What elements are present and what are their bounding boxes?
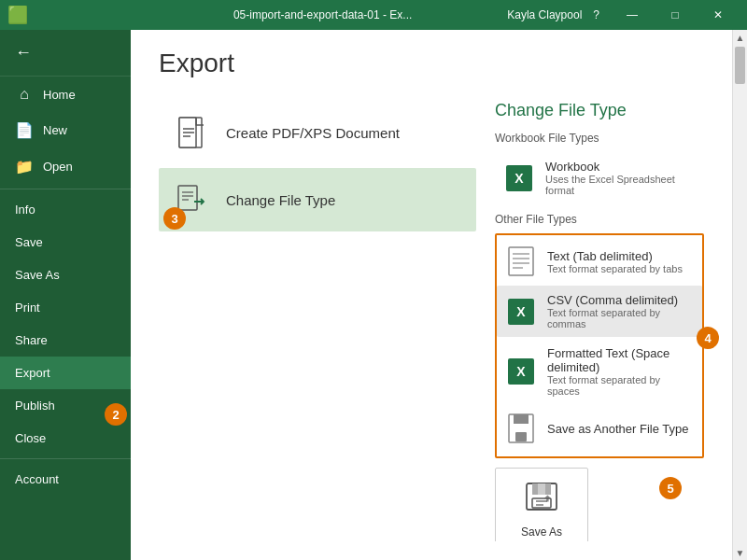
sidebar-item-share-label: Share (15, 333, 48, 347)
svg-rect-16 (515, 432, 527, 441)
sidebar-item-close-label: Close (15, 431, 46, 445)
formatted-text-text: Formatted Text (Space delimited) Text fo… (547, 346, 693, 397)
sidebar: ← ⌂ Home 📄 New 📁 Open Info Save Save As … (0, 30, 131, 560)
excel-app-icon: 🟩 (7, 5, 28, 25)
text-tab-desc: Text format separated by tabs (547, 263, 683, 274)
save-another-text: Save as Another File Type (547, 422, 689, 436)
svg-rect-9 (509, 247, 533, 275)
change-file-type-option[interactable]: Change File Type (159, 168, 476, 231)
sidebar-item-info[interactable]: Info (0, 193, 131, 226)
workbook-section: Workbook File Types X Workbook Uses the … (495, 132, 704, 203)
minimize-button[interactable]: — (611, 0, 654, 30)
annotation-3: 3 (163, 207, 186, 230)
svg-rect-15 (514, 414, 529, 424)
sidebar-item-account-label: Account (15, 472, 59, 486)
export-page: Export (131, 30, 732, 560)
sidebar-item-home-label: Home (43, 88, 76, 102)
saveas-label: Save As (521, 525, 562, 539)
new-icon: 📄 (15, 121, 34, 139)
open-icon: 📁 (15, 158, 34, 175)
formatted-text-name: Formatted Text (Space delimited) (547, 346, 693, 374)
sidebar-item-save-as[interactable]: Save As (0, 259, 131, 291)
change-file-type-label: Change File Type (226, 192, 335, 208)
text-tab-name: Text (Tab delimited) (547, 249, 683, 263)
save-another-name: Save as Another File Type (547, 422, 689, 436)
sidebar-item-new[interactable]: 📄 New (0, 112, 131, 148)
saveas-panel[interactable]: Save As (495, 468, 588, 541)
sidebar-item-open[interactable]: 📁 Open (0, 148, 131, 185)
saveas-icon (525, 480, 558, 520)
sidebar-item-share[interactable]: Share (0, 324, 131, 357)
sidebar-divider-2 (0, 458, 131, 459)
save-another-icon (506, 413, 536, 443)
workbook-desc: Uses the Excel Spreadsheet format (545, 174, 695, 196)
svg-rect-19 (538, 483, 545, 495)
formatted-text-item[interactable]: X Formatted Text (Space delimited) Text … (497, 339, 702, 404)
workbook-excel-icon: X (504, 163, 534, 193)
annotation-5: 5 (659, 477, 682, 499)
sidebar-item-save-as-label: Save As (15, 268, 60, 282)
main-content: Export (131, 30, 732, 560)
svg-rect-5 (178, 186, 197, 210)
sidebar-item-export[interactable]: Export (0, 357, 131, 389)
create-pdf-label: Create PDF/XPS Document (226, 125, 400, 141)
sidebar-item-save-label: Save (15, 235, 43, 249)
back-icon: ← (15, 43, 32, 63)
titlebar-left: 🟩 (7, 5, 138, 25)
titlebar-title: 05-import-and-export-data-01 - Ex... (138, 8, 507, 21)
csv-text: CSV (Comma delimited) Text format separa… (547, 293, 693, 329)
titlebar-user: Kayla Claypool (507, 8, 582, 21)
sidebar-item-home[interactable]: ⌂ Home (0, 77, 131, 112)
close-button[interactable]: ✕ (697, 0, 740, 30)
sidebar-divider-1 (0, 189, 131, 189)
csv-item[interactable]: X CSV (Comma delimited) Text format sepa… (497, 286, 702, 337)
workbook-filetype-item[interactable]: X Workbook Uses the Excel Spreadsheet fo… (495, 152, 704, 203)
formatted-text-icon: X (506, 357, 536, 386)
sidebar-item-close[interactable]: Close (0, 422, 131, 455)
sidebar-item-account[interactable]: Account (0, 463, 131, 496)
sidebar-item-print-label: Print (15, 301, 40, 315)
other-section-label: Other File Types (495, 213, 704, 226)
annotation-4: 4 (697, 327, 719, 349)
panel-title: Change File Type (495, 101, 704, 120)
formatted-text-desc: Text format separated by spaces (547, 374, 693, 397)
sidebar-item-save[interactable]: Save (0, 226, 131, 259)
workbook-filetype-text: Workbook Uses the Excel Spreadsheet form… (545, 160, 695, 196)
text-tab-item[interactable]: Text (Tab delimited) Text format separat… (497, 239, 702, 284)
sidebar-item-print[interactable]: Print (0, 291, 131, 324)
home-icon: ⌂ (15, 86, 34, 103)
text-tab-text: Text (Tab delimited) Text format separat… (547, 249, 683, 274)
export-page-title: Export (159, 49, 704, 78)
change-file-type-panel: Change File Type Workbook File Types X W… (476, 101, 704, 541)
csv-excel-icon: X (506, 297, 536, 327)
scrollbar-up[interactable]: ▲ (733, 30, 747, 45)
workbook-name: Workbook (545, 160, 695, 174)
other-file-types-box: Text (Tab delimited) Text format separat… (495, 233, 704, 458)
scrollbar-down[interactable]: ▼ (733, 545, 747, 560)
csv-name: CSV (Comma delimited) (547, 293, 693, 307)
sidebar-item-info-label: Info (15, 203, 35, 217)
window-controls: — □ ✕ (611, 0, 740, 30)
scrollbar-thumb[interactable] (735, 47, 745, 84)
sidebar-item-publish-label: Publish (15, 399, 55, 413)
scrollbar[interactable]: ▲ ▼ (732, 30, 747, 560)
help-button[interactable]: ? (593, 8, 599, 21)
text-tab-icon (506, 246, 536, 276)
create-pdf-option[interactable]: Create PDF/XPS Document (159, 101, 476, 164)
export-left-panel: Create PDF/XPS Document (159, 101, 476, 541)
sidebar-back-button[interactable]: ← (0, 30, 131, 77)
workbook-section-label: Workbook File Types (495, 132, 704, 145)
save-another-item[interactable]: Save as Another File Type (497, 406, 702, 451)
csv-desc: Text format separated by commas (547, 307, 693, 329)
sidebar-item-export-label: Export (15, 366, 50, 380)
maximize-button[interactable]: □ (654, 0, 697, 30)
sidebar-item-new-label: New (43, 123, 67, 137)
titlebar: 🟩 05-import-and-export-data-01 - Ex... K… (0, 0, 747, 30)
sidebar-item-open-label: Open (43, 160, 73, 174)
annotation-2: 2 (105, 403, 127, 426)
export-options: Create PDF/XPS Document (159, 101, 704, 541)
pdf-icon (174, 114, 211, 151)
